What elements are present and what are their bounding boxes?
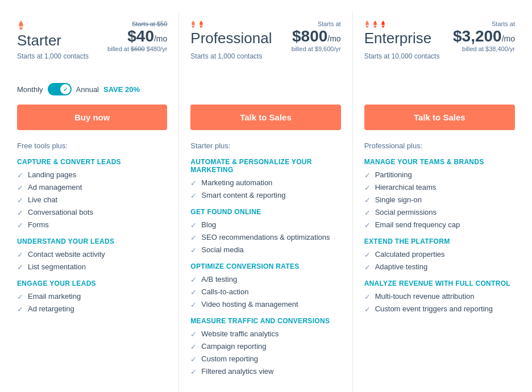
feature-label: Forms — [28, 220, 49, 229]
check-icon: ✓ — [190, 288, 197, 297]
section-heading: CAPTURE & CONVERT LEADS — [17, 158, 167, 166]
starter-header: Starter Starts at $50 $40/mo billed at $… — [17, 20, 167, 83]
check-icon: ✓ — [364, 196, 371, 205]
section-heading: AUTOMATE & PERSONALIZE YOUR MARKETING — [190, 158, 340, 174]
feature-section: MANAGE YOUR TEAMS & BRANDS ✓ Partitionin… — [364, 158, 515, 230]
check-icon: ✓ — [190, 246, 197, 255]
feature-item: ✓ Conversational bots — [17, 208, 167, 217]
feature-label: Landing pages — [28, 170, 76, 179]
starter-price: $40/mo — [107, 27, 167, 45]
feature-label: Adaptive testing — [375, 262, 428, 271]
billing-toggle[interactable]: ✓ — [48, 83, 72, 95]
starter-starts-at: Starts at $50 — [107, 20, 167, 27]
professional-price-area: Starts at $800/mo billed at $9,600/yr — [292, 20, 341, 52]
check-icon: ✓ — [17, 263, 23, 272]
plan-col-enterprise: Enterprise Starts at $3,200/mo billed at… — [353, 11, 526, 392]
billing-toggle-row: Monthly ✓ Annual SAVE 20% — [17, 83, 167, 95]
feature-label: Filtered analytics view — [201, 367, 273, 376]
feature-label: Custom reporting — [201, 355, 258, 363]
feature-item: ✓ List segmentation — [17, 262, 167, 272]
professional-cta-button[interactable]: Talk to Sales — [190, 105, 340, 130]
feature-item: ✓ Live chat — [17, 195, 167, 205]
check-icon: ✓ — [17, 196, 23, 205]
check-icon: ✓ — [364, 171, 371, 180]
check-icon: ✓ — [190, 330, 197, 339]
feature-item: ✓ Email send frequency cap — [364, 220, 515, 230]
feature-section: AUTOMATE & PERSONALIZE YOUR MARKETING ✓ … — [190, 158, 340, 200]
starter-price-area: Starts at $50 $40/mo billed at $600 $480… — [107, 20, 167, 52]
section-heading: GET FOUND ONLINE — [190, 208, 340, 216]
feature-section: OPTIMIZE CONVERSION RATES ✓ A/B testing … — [190, 262, 340, 309]
feature-label: Campaign reporting — [201, 342, 266, 351]
enterprise-cta-button[interactable]: Talk to Sales — [364, 105, 515, 130]
feature-item: ✓ Forms — [17, 220, 167, 230]
check-icon: ✓ — [364, 293, 371, 301]
feature-item: ✓ Video hosting & management — [190, 300, 340, 309]
save-badge: SAVE 20% — [103, 85, 140, 94]
feature-item: ✓ A/B testing — [190, 275, 340, 284]
feature-item: ✓ Custom reporting — [190, 355, 340, 364]
starter-billed: billed at $600 $480/yr — [107, 45, 167, 52]
professional-contacts: Starts at 1,000 contacts — [190, 52, 340, 60]
professional-plus-label: Starter plus: — [190, 141, 340, 150]
check-icon: ✓ — [17, 251, 23, 259]
check-icon: ✓ — [364, 251, 371, 259]
feature-label: Ad management — [28, 183, 82, 191]
starter-contacts: Starts at 1,000 contacts — [17, 52, 167, 60]
feature-section: ENGAGE YOUR LEADS ✓ Email marketing ✓ Ad… — [17, 280, 167, 314]
enterprise-price: $3,200/mo — [453, 27, 515, 45]
feature-item: ✓ Social permissions — [364, 208, 515, 217]
feature-section: ANALYZE REVENUE WITH FULL CONTROL ✓ Mult… — [364, 280, 515, 314]
feature-label: Partitioning — [375, 170, 412, 179]
feature-label: Live chat — [28, 195, 57, 204]
feature-label: Ad retargeting — [28, 305, 74, 313]
feature-label: Custom event triggers and reporting — [375, 305, 493, 313]
pricing-grid: Starter Starts at $50 $40/mo billed at $… — [0, 0, 532, 392]
feature-label: Email marketing — [28, 292, 81, 301]
feature-item: ✓ Blog — [190, 220, 340, 230]
check-icon: ✓ — [17, 305, 23, 314]
feature-section: UNDERSTAND YOUR LEADS ✓ Contact website … — [17, 237, 167, 272]
professional-price: $800/mo — [292, 27, 341, 45]
feature-item: ✓ SEO recommendations & optimizations — [190, 233, 340, 242]
feature-section: EXTEND THE PLATFORM ✓ Calculated propert… — [364, 237, 515, 272]
feature-item: ✓ Adaptive testing — [364, 262, 515, 272]
check-icon: ✓ — [190, 233, 197, 242]
starter-cta-button[interactable]: Buy now — [17, 105, 167, 130]
feature-item: ✓ Partitioning — [364, 170, 515, 180]
enterprise-header: Enterprise Starts at $3,200/mo billed at… — [364, 20, 515, 83]
check-icon: ✓ — [364, 184, 371, 192]
check-icon: ✓ — [17, 171, 23, 180]
feature-label: Calls-to-action — [201, 287, 248, 296]
section-heading: MEASURE TRAFFIC AND CONVERSIONS — [190, 317, 340, 325]
feature-item: ✓ Calls-to-action — [190, 287, 340, 297]
professional-header: Professional Starts at $800/mo billed at… — [190, 20, 340, 83]
enterprise-name: Enterprise — [364, 30, 453, 47]
feature-item: ✓ Multi-touch revenue attribution — [364, 292, 515, 301]
check-icon: ✓ — [364, 263, 371, 272]
starter-plus-label: Free tools plus: — [17, 141, 167, 150]
check-icon: ✓ — [190, 276, 197, 284]
feature-label: SEO recommendations & optimizations — [201, 233, 330, 241]
feature-item: ✓ Landing pages — [17, 170, 167, 180]
section-heading: MANAGE YOUR TEAMS & BRANDS — [364, 158, 515, 166]
section-heading: UNDERSTAND YOUR LEADS — [17, 237, 167, 245]
feature-item: ✓ Calculated properties — [364, 250, 515, 259]
feature-item: ✓ Website traffic analytics — [190, 330, 340, 339]
plan-col-professional: Professional Starts at $800/mo billed at… — [179, 11, 352, 392]
feature-label: Social media — [201, 245, 243, 254]
starter-name: Starter — [17, 32, 107, 49]
feature-label: A/B testing — [201, 275, 237, 283]
check-icon: ✓ — [17, 293, 23, 301]
section-heading: OPTIMIZE CONVERSION RATES — [190, 262, 340, 270]
feature-label: Multi-touch revenue attribution — [375, 292, 475, 301]
feature-item: ✓ Ad management — [17, 183, 167, 192]
enterprise-plus-label: Professional plus: — [364, 141, 515, 150]
feature-label: Email send frequency cap — [375, 220, 460, 229]
check-icon: ✓ — [190, 191, 197, 200]
feature-label: Smart content & reporting — [201, 191, 285, 199]
check-icon: ✓ — [190, 368, 197, 376]
professional-name: Professional — [190, 30, 291, 47]
enterprise-logo — [364, 20, 453, 28]
professional-logo — [190, 20, 291, 28]
